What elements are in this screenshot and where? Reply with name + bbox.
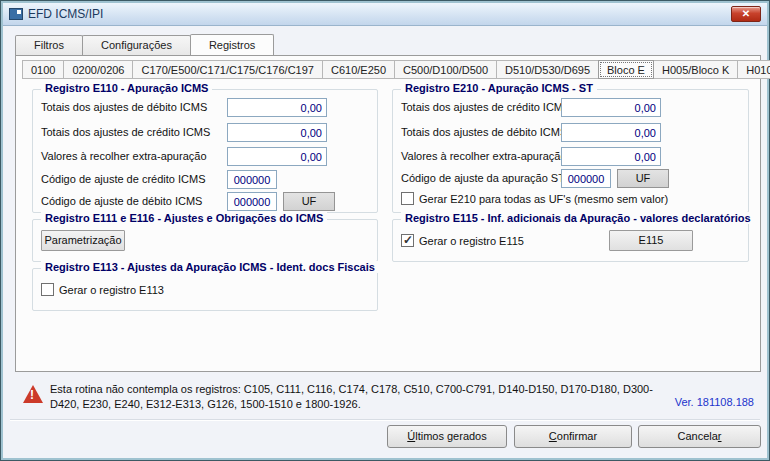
e210-gerar-todas-uf-checkbox[interactable]: Gerar E210 para todas as UF's (mesmo sem… — [401, 192, 668, 205]
footer-separator — [10, 419, 760, 421]
registro-subtabstrip: 0100 0200/0206 C170/E500/C171/C175/C176/… — [22, 60, 770, 79]
confirmar-button[interactable]: Confirmar — [514, 425, 632, 448]
subtab-bloco-e[interactable]: Bloco E — [598, 60, 654, 79]
window-title: EFD ICMS/IPI — [28, 7, 103, 21]
e110-cod-debito-input[interactable] — [227, 192, 277, 211]
e110-debito-input[interactable] — [227, 98, 327, 117]
main-tabstrip: Filtros Configurações Registros — [15, 35, 273, 55]
e110-cod-credito-label: Código de ajuste de crédito ICMS — [41, 173, 205, 185]
titlebar[interactable]: EFD ICMS/IPI — [3, 3, 767, 26]
ultimos-gerados-button[interactable]: Últimos gerados — [387, 425, 507, 448]
group-e210: Registro E210 - Apuração ICMS - ST Totai… — [392, 89, 749, 213]
e110-debito-label: Totais dos ajustes de débito ICMS — [41, 101, 207, 113]
e210-debito-input[interactable] — [561, 123, 661, 142]
e210-cod-st-input[interactable] — [561, 169, 611, 188]
tab-filtros[interactable]: Filtros — [15, 35, 83, 55]
e115-gerar-label: Gerar o registro E115 — [419, 235, 524, 247]
e110-extra-label: Valores à recolher extra-apuração — [41, 150, 207, 162]
group-e210-title: Registro E210 - Apuração ICMS - ST — [401, 82, 597, 94]
group-e110-title: Registro E110 - Apuração ICMS — [41, 82, 212, 94]
group-e110: Registro E110 - Apuração ICMS Totais dos… — [32, 89, 378, 213]
e210-uf-button[interactable]: UF — [617, 169, 669, 188]
group-e111-title: Registro E111 e E116 - Ajustes e Obrigaç… — [41, 212, 327, 224]
e210-cod-st-label: Código de ajuste da apuração ST — [401, 172, 565, 184]
subtab-c610[interactable]: C610/E250 — [322, 60, 395, 79]
e110-credito-input[interactable] — [227, 123, 327, 142]
group-e115-title: Registro E115 - Inf. adicionais da Apura… — [401, 212, 755, 224]
e110-cod-credito-input[interactable] — [227, 170, 277, 189]
cancelar-button[interactable]: Cancelar — [638, 425, 761, 448]
e113-gerar-label: Gerar o registro E113 — [59, 284, 164, 296]
dialog-window: EFD ICMS/IPI Filtros Configurações Regis… — [0, 0, 770, 461]
checkbox-icon[interactable] — [41, 283, 54, 296]
e110-uf-button[interactable]: UF — [283, 192, 335, 211]
subtab-h010[interactable]: H010 — [737, 60, 770, 79]
checkbox-checked-icon[interactable] — [401, 234, 414, 247]
e115-button[interactable]: E115 — [609, 230, 693, 251]
warning-icon — [23, 385, 43, 403]
e210-gerar-todas-uf-label: Gerar E210 para todas as UF's (mesmo sem… — [419, 193, 668, 205]
tab-configuracoes[interactable]: Configurações — [82, 35, 191, 55]
tab-registros[interactable]: Registros — [190, 34, 274, 55]
dialog-body: Filtros Configurações Registros 0100 020… — [4, 27, 766, 457]
group-e113-title: Registro E113 - Ajustes da Apuração ICMS… — [41, 261, 379, 273]
parametrizacao-button[interactable]: Parametrização — [41, 230, 125, 251]
group-e115: Registro E115 - Inf. adicionais da Apura… — [392, 219, 749, 262]
group-e113: Registro E113 - Ajustes da Apuração ICMS… — [32, 268, 378, 311]
subtab-c500[interactable]: C500/D100/D500 — [394, 60, 497, 79]
subtab-c170[interactable]: C170/E500/C171/C175/C176/C197 — [132, 60, 322, 79]
close-icon[interactable] — [731, 6, 761, 22]
e210-extra-input[interactable] — [561, 147, 661, 166]
e110-credito-label: Totais dos ajustes de crédito ICMS — [41, 126, 210, 138]
version-label: Ver. 181108.188 — [675, 396, 754, 408]
checkbox-icon[interactable] — [401, 192, 414, 205]
e110-extra-input[interactable] — [227, 147, 327, 166]
e210-credito-label: Totais dos ajustes de crédito ICMS — [401, 101, 570, 113]
registros-tabpage: 0100 0200/0206 C170/E500/C171/C175/C176/… — [15, 55, 761, 372]
e210-credito-input[interactable] — [561, 98, 661, 117]
e110-cod-debito-label: Código de ajuste de débito ICMS — [41, 195, 202, 207]
subtab-0100[interactable]: 0100 — [22, 60, 64, 79]
subtab-h005[interactable]: H005/Bloco K — [653, 60, 738, 79]
warning-text: Esta rotina não contempla os registros: … — [50, 382, 670, 412]
e115-gerar-checkbox[interactable]: Gerar o registro E115 — [401, 234, 524, 247]
e210-extra-label: Valores à recolher extra-apuração — [401, 150, 567, 162]
e210-debito-label: Totais dos ajustes de débito ICMS — [401, 126, 567, 138]
subtab-0200-0206[interactable]: 0200/0206 — [63, 60, 133, 79]
subtab-d510[interactable]: D510/D530/D695 — [496, 60, 599, 79]
app-icon — [9, 8, 23, 20]
e113-gerar-checkbox[interactable]: Gerar o registro E113 — [41, 283, 164, 296]
group-e111-e116: Registro E111 e E116 - Ajustes e Obrigaç… — [32, 219, 378, 262]
